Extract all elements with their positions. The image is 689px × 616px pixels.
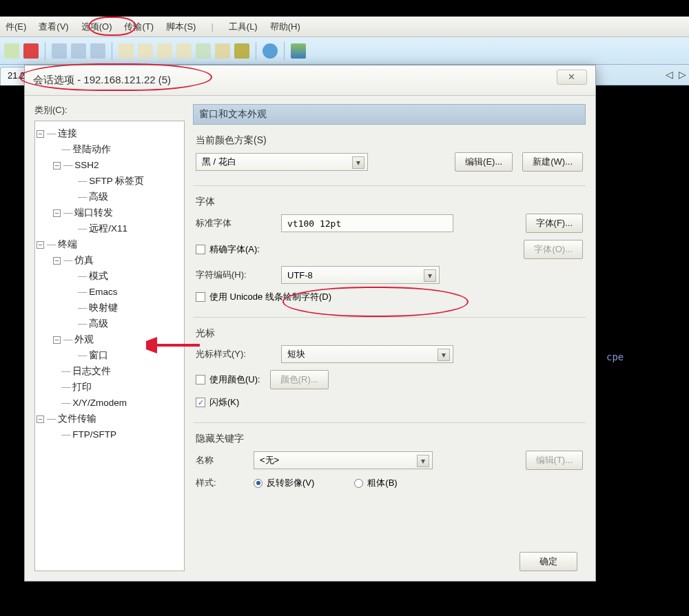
- std-font-value: vt100 12pt: [281, 214, 453, 232]
- keyword-name-label: 名称: [196, 454, 244, 466]
- cursor-style-value: 短块: [287, 348, 305, 360]
- toolbar-delete-icon[interactable]: [23, 43, 39, 59]
- tree-terminal[interactable]: 终端: [58, 239, 77, 249]
- toolbar-icon[interactable]: [215, 43, 230, 59]
- blink-label: 闪烁(K): [209, 396, 239, 409]
- toolbar-icon[interactable]: [4, 43, 19, 59]
- cursor-title: 光标: [196, 327, 583, 340]
- checkbox-icon: [196, 375, 205, 384]
- tree-ssh2[interactable]: SSH2: [74, 160, 99, 170]
- style-bold-label: 粗体(B): [367, 477, 397, 489]
- tab-next-icon[interactable]: ▷: [679, 69, 686, 80]
- cursor-group: 光标 光标样式(Y): 短块 使用颜色(U): 颜色(R)...: [193, 325, 586, 423]
- tree-modes[interactable]: 模式: [89, 271, 108, 281]
- unicode-line-checkbox[interactable]: 使用 Unicode 线条绘制字符(D): [196, 291, 331, 303]
- encoding-select[interactable]: UTF-8: [281, 266, 440, 284]
- scheme-select[interactable]: 黑 / 花白: [196, 153, 368, 171]
- close-button[interactable]: ✕: [557, 70, 587, 85]
- tree-advanced2[interactable]: 高级: [89, 318, 108, 329]
- settings-pane: 窗口和文本外观 当前颜色方案(S) 黑 / 花白 编辑(E)... 新建(W).…: [193, 104, 586, 571]
- scheme-edit-button[interactable]: 编辑(E)...: [455, 152, 513, 172]
- toolbar-icon[interactable]: [52, 43, 67, 59]
- menu-tools[interactable]: 工具(L): [229, 21, 258, 33]
- toolbar-separator: [45, 42, 45, 60]
- use-color-checkbox[interactable]: 使用颜色(U):: [196, 373, 260, 386]
- tree-appearance[interactable]: 外观: [74, 334, 94, 345]
- tree-print[interactable]: 打印: [72, 382, 92, 392]
- tree-connection[interactable]: 连接: [58, 128, 77, 138]
- tree-filetransfer[interactable]: 文件传输: [58, 413, 96, 424]
- scheme-new-button[interactable]: 新建(W)...: [522, 152, 583, 172]
- style-bold-radio[interactable]: 粗体(B): [354, 477, 397, 489]
- tree-window[interactable]: 窗口: [89, 350, 108, 360]
- toolbar-separator: [284, 42, 285, 60]
- toolbar-icon[interactable]: [119, 43, 134, 59]
- scheme-value: 黑 / 花白: [202, 156, 236, 168]
- menu-help[interactable]: 帮助(H): [270, 21, 300, 33]
- toolbar-separator: [112, 42, 112, 60]
- toolbar-icon[interactable]: [157, 43, 172, 59]
- std-font-label: 标准字体: [196, 217, 271, 229]
- tab-nav: ◁ ▷: [666, 69, 686, 80]
- dropdown-arrow-icon[interactable]: [438, 349, 450, 361]
- encoding-value: UTF-8: [287, 270, 313, 280]
- color-button: 颜色(R)...: [270, 370, 329, 389]
- toolbar-help-icon[interactable]: [263, 43, 278, 59]
- dialog-title: 会话选项 - 192.168.121.22 (5): [33, 74, 171, 87]
- toolbar: [0, 37, 689, 65]
- tree-sftp-tab[interactable]: SFTP 标签页: [89, 176, 144, 186]
- tree-remote-x11[interactable]: 远程/X11: [89, 223, 127, 234]
- tree-logon[interactable]: 登陆动作: [72, 144, 111, 154]
- ok-button[interactable]: 确定: [520, 552, 577, 571]
- menu-transfer[interactable]: 传输(T): [124, 21, 154, 33]
- tree-ftpsftp[interactable]: FTP/SFTP: [72, 429, 116, 440]
- dropdown-arrow-icon[interactable]: [352, 156, 364, 169]
- style-inverse-label: 反转影像(V): [267, 477, 314, 489]
- menu-separator: |: [208, 21, 216, 32]
- cursor-style-label: 光标样式(Y):: [196, 348, 271, 360]
- toolbar-icon[interactable]: [71, 43, 86, 59]
- toolbar-key-icon[interactable]: [234, 43, 249, 59]
- annotation-arrow-icon: [146, 337, 201, 353]
- toolbar-icon[interactable]: [90, 43, 105, 59]
- tree-xyzmodem[interactable]: X/Y/Zmodem: [72, 398, 127, 408]
- toolbar-icon[interactable]: [138, 43, 153, 59]
- keyword-name-select[interactable]: <无>: [254, 451, 433, 469]
- tree-advanced1[interactable]: 高级: [89, 192, 108, 202]
- checkbox-icon: [196, 245, 205, 254]
- dropdown-arrow-icon[interactable]: [424, 269, 436, 282]
- dropdown-arrow-icon[interactable]: [417, 455, 429, 467]
- tree-emacs[interactable]: Emacs: [89, 287, 117, 297]
- tree-port-forward[interactable]: 端口转发: [74, 207, 113, 218]
- menu-options[interactable]: 选项(O): [81, 21, 112, 33]
- font-button[interactable]: 字体(F)...: [526, 214, 583, 233]
- keyword-edit-button: 编辑(T)...: [526, 451, 583, 470]
- tree-mapkeys[interactable]: 映射键: [89, 302, 118, 313]
- tree-logfile[interactable]: 日志文件: [72, 366, 111, 376]
- precise-font-checkbox[interactable]: 精确字体(A):: [196, 243, 260, 256]
- menu-view[interactable]: 查看(V): [39, 21, 68, 33]
- cursor-style-select[interactable]: 短块: [281, 345, 453, 363]
- toolbar-icon[interactable]: [291, 43, 306, 59]
- menu-script[interactable]: 脚本(S): [166, 21, 196, 33]
- color-scheme-group: 当前颜色方案(S) 黑 / 花白 编辑(E)... 新建(W)...: [193, 132, 586, 186]
- tree-emulation[interactable]: 仿真: [74, 255, 94, 265]
- keyword-style-label: 样式:: [196, 477, 244, 489]
- checkbox-icon: [196, 292, 205, 302]
- toolbar-icon[interactable]: [196, 43, 211, 59]
- session-options-dialog: 会话选项 - 192.168.121.22 (5) ✕ 类别(C): −— 连接…: [24, 65, 596, 582]
- keyword-name-value: <无>: [260, 454, 279, 466]
- style-inverse-radio[interactable]: 反转影像(V): [254, 477, 314, 489]
- bg-text: cpe: [606, 351, 624, 362]
- toolbar-icon[interactable]: [176, 43, 192, 59]
- menu-bar: 件(E) 查看(V) 选项(O) 传输(T) 脚本(S) | 工具(L) 帮助(…: [0, 17, 689, 37]
- tab-prev-icon[interactable]: ◁: [666, 69, 673, 80]
- blink-checkbox[interactable]: ✓ 闪烁(K): [196, 396, 239, 409]
- menu-file[interactable]: 件(E): [6, 21, 26, 33]
- font-title: 字体: [196, 196, 583, 208]
- radio-icon: [254, 479, 263, 488]
- keyword-group: 隐藏关键字 名称 <无> 编辑(T)... 样式: 反转影像(V): [193, 430, 586, 503]
- scheme-label: 当前颜色方案(S): [196, 134, 583, 147]
- keyword-title: 隐藏关键字: [196, 433, 583, 445]
- section-title: 窗口和文本外观: [193, 104, 586, 125]
